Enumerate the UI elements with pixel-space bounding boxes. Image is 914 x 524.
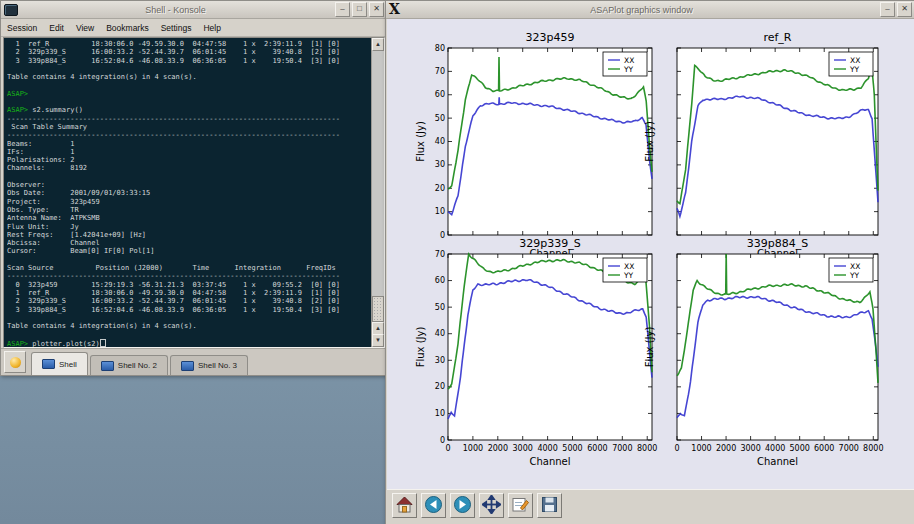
terminal-line: Channels: 8192 xyxy=(7,164,370,172)
y-tick-label: 40 xyxy=(435,137,445,146)
forward-button[interactable] xyxy=(450,493,475,518)
scroll-down-icon[interactable]: ▼ xyxy=(372,334,384,347)
y-tick-label: 20 xyxy=(435,184,445,193)
konsole-titlebar[interactable]: Shell - Konsole –□✕ xyxy=(1,1,387,19)
konsole-menubar: SessionEditViewBookmarksSettingsHelp xyxy=(1,19,387,37)
terminal-scrollbar[interactable]: ▲ ▲ ▼ xyxy=(371,38,384,347)
terminal-line xyxy=(7,256,370,264)
x-tick-label: 5000 xyxy=(790,444,810,453)
x-tick-label: 7000 xyxy=(612,444,632,453)
y-tick-label: 60 xyxy=(435,276,445,285)
shell-tab-icon xyxy=(101,361,114,371)
maximize-button[interactable]: □ xyxy=(352,2,367,17)
terminal-output: 1 ref_R 18:30:06.0 -49.59.30.0 04:47:58 … xyxy=(7,40,370,347)
terminal-line: Obs. Type: TR xyxy=(7,206,370,214)
y-tick-label: 50 xyxy=(435,303,445,312)
y-tick-label: 10 xyxy=(435,409,445,418)
plots-svg: 01020304050607080XXYY323p459ChannelFlux … xyxy=(387,19,914,489)
close-button[interactable]: ✕ xyxy=(897,2,912,17)
subplot-329p339_S: 0100020003000400050006000700080000102030… xyxy=(415,237,657,467)
x-tick-label: 8000 xyxy=(637,444,657,453)
terminal-line: ASAP> plotter.plot(s2) xyxy=(7,339,370,347)
y-axis-label: Flux (Jy) xyxy=(415,121,426,162)
konsole-window-title: Shell - Konsole xyxy=(18,5,333,15)
y-tick-label: 20 xyxy=(435,382,445,391)
tab-shell-no-2[interactable]: Shell No. 2 xyxy=(90,355,168,375)
forward-icon xyxy=(453,495,472,517)
plot-title: 329p339_S xyxy=(519,237,580,250)
x-tick-label: 0 xyxy=(445,444,450,453)
menu-item-view[interactable]: View xyxy=(70,21,100,35)
tab-label: Shell xyxy=(59,360,77,369)
save-button[interactable] xyxy=(537,493,562,518)
x-tick-label: 7000 xyxy=(839,444,859,453)
new-session-button[interactable] xyxy=(4,351,26,373)
tab-shell[interactable]: Shell xyxy=(31,352,88,375)
home-icon xyxy=(395,495,414,517)
legend: XXYY xyxy=(829,52,873,76)
y-tick-label: 50 xyxy=(435,114,445,123)
y-tick-label: 80 xyxy=(435,44,445,53)
terminal-line: Cursor: Beam[0] IF[0] Pol[1] xyxy=(7,247,370,255)
minimize-button[interactable]: – xyxy=(335,2,350,17)
x-axis-label: Channel xyxy=(757,456,798,467)
y-tick-label: 0 xyxy=(440,231,445,240)
x-tick-label: 3000 xyxy=(740,444,760,453)
legend-label: XX xyxy=(850,262,860,271)
subplot-323p459: 01020304050607080XXYY323p459ChannelFlux … xyxy=(415,31,652,259)
terminal-line: ----------------------------------------… xyxy=(7,115,370,123)
y-axis-label: Flux (Jy) xyxy=(415,327,426,368)
menu-item-bookmarks[interactable]: Bookmarks xyxy=(100,21,155,35)
terminal-line: Project: 323p459 xyxy=(7,198,370,206)
konsole-tabbar: ShellShell No. 2Shell No. 3 xyxy=(1,348,387,375)
legend-label: YY xyxy=(623,65,634,74)
terminal-line xyxy=(7,314,370,322)
terminal-line xyxy=(7,330,370,338)
terminal-area[interactable]: 1 ref_R 18:30:06.0 -49.59.30.0 04:47:58 … xyxy=(3,37,385,348)
tab-shell-no-3[interactable]: Shell No. 3 xyxy=(170,355,248,375)
pan-icon xyxy=(482,495,501,517)
figure-canvas[interactable]: 01020304050607080XXYY323p459ChannelFlux … xyxy=(387,19,914,489)
y-axis-label: Flux (Jy) xyxy=(644,121,655,162)
x-tick-label: 6000 xyxy=(587,444,607,453)
subplot-339p884_S: 010002000300040005000600070008000XXYY339… xyxy=(644,237,883,467)
asaplot-window: X ASAPlot graphics window –✕ 01020304050… xyxy=(385,0,914,524)
konsole-app-icon xyxy=(4,4,18,16)
minimize-button[interactable]: – xyxy=(880,2,895,17)
y-tick-label: 30 xyxy=(435,356,445,365)
y-tick-label: 0 xyxy=(440,436,445,445)
terminal-line xyxy=(7,173,370,181)
legend-label: YY xyxy=(849,65,860,74)
desktop-screen: { "desktop": { "background_top": "#8ea6b… xyxy=(0,0,914,524)
asaplot-titlebar[interactable]: X ASAPlot graphics window –✕ xyxy=(386,1,914,19)
menu-item-session[interactable]: Session xyxy=(1,21,43,35)
scrollbar-thumb[interactable] xyxy=(372,296,384,322)
home-button[interactable] xyxy=(392,493,417,518)
terminal-line: 0 323p459 15:29:19.3 -56.31.21.3 03:37:4… xyxy=(7,281,370,289)
new-session-icon xyxy=(10,357,21,368)
pan-button[interactable] xyxy=(479,493,504,518)
legend: XXYY xyxy=(603,258,647,282)
close-button[interactable]: ✕ xyxy=(369,2,384,17)
terminal-line xyxy=(7,65,370,73)
x-tick-label: 5000 xyxy=(562,444,582,453)
back-button[interactable] xyxy=(421,493,446,518)
y-tick-label: 70 xyxy=(435,250,445,259)
terminal-line xyxy=(7,98,370,106)
terminal-line: 3 339p884_S 16:52:04.6 -46.08.33.9 06:36… xyxy=(7,306,370,314)
terminal-line: ----------------------------------------… xyxy=(7,272,370,280)
subplots-button[interactable] xyxy=(508,493,533,518)
y-axis-label: Flux (Jy) xyxy=(644,327,655,368)
x-tick-label: 0 xyxy=(674,444,679,453)
y-tick-label: 60 xyxy=(435,90,445,99)
terminal-line: IFs: 1 xyxy=(7,148,370,156)
terminal-line: 1 ref_R 18:30:06.0 -49.59.30.0 04:47:58 … xyxy=(7,40,370,48)
menu-item-help[interactable]: Help xyxy=(197,21,226,35)
desktop-background xyxy=(0,374,385,524)
shell-tab-icon xyxy=(42,359,55,369)
save-icon xyxy=(540,495,559,517)
menu-item-settings[interactable]: Settings xyxy=(155,21,198,35)
menu-item-edit[interactable]: Edit xyxy=(43,21,70,35)
scroll-up-icon[interactable]: ▲ xyxy=(372,38,384,51)
terminal-line: Table contains 4 integration(s) in 4 sca… xyxy=(7,73,370,81)
